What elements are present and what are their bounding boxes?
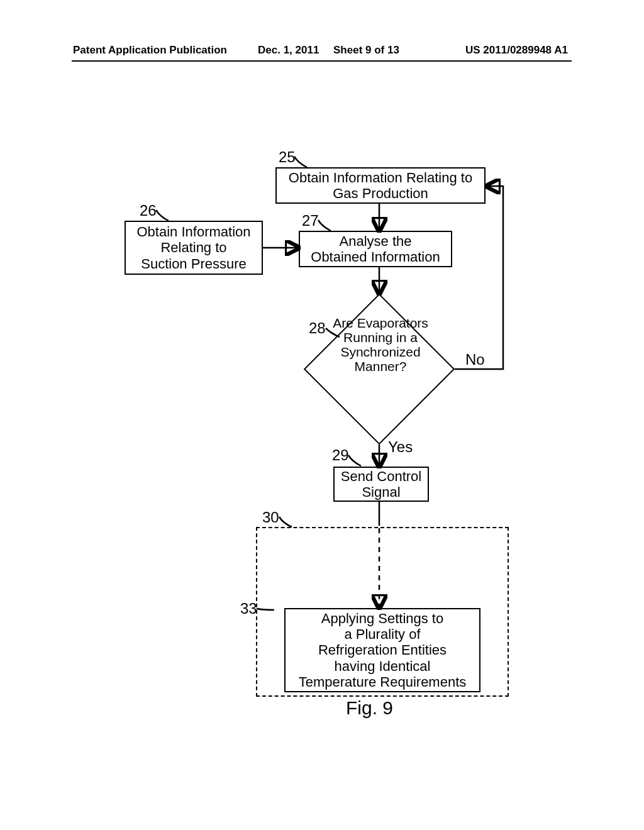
ref-label-27: 27 [302,212,319,230]
ref-label-33: 33 [240,600,257,617]
process-box-27: Analyse the Obtained Information [299,231,452,267]
process-box-33-text: Applying Settings to a Plurality of Refr… [299,611,467,690]
edge-label-no: No [465,351,485,368]
page: Patent Application Publication Dec. 1, 2… [0,0,644,830]
process-box-25: Obtain Information Relating to Gas Produ… [275,167,486,204]
ref-label-30: 30 [262,509,279,526]
process-box-33: Applying Settings to a Plurality of Refr… [284,608,480,692]
process-box-25-text: Obtain Information Relating to Gas Produ… [289,170,472,202]
edge-label-yes: Yes [388,438,413,456]
process-box-26: Obtain Information Relating to Suction P… [125,221,263,275]
process-box-26-text: Obtain Information Relating to Suction P… [137,224,251,272]
flowchart: Obtain Information Relating to Gas Produ… [0,0,644,830]
ref-label-26: 26 [140,202,157,219]
ref-label-28: 28 [309,319,326,337]
process-box-29: Send Control Signal [333,467,429,502]
ref-label-29: 29 [332,446,349,464]
figure-label: Fig. 9 [346,697,393,719]
decision-diamond-28-text: Are Evaporators Running in a Synchronize… [330,316,431,374]
connector-lines [0,0,644,830]
process-box-29-text: Send Control Signal [341,468,421,501]
process-box-27-text: Analyse the Obtained Information [311,233,440,265]
ref-label-25: 25 [279,148,296,166]
